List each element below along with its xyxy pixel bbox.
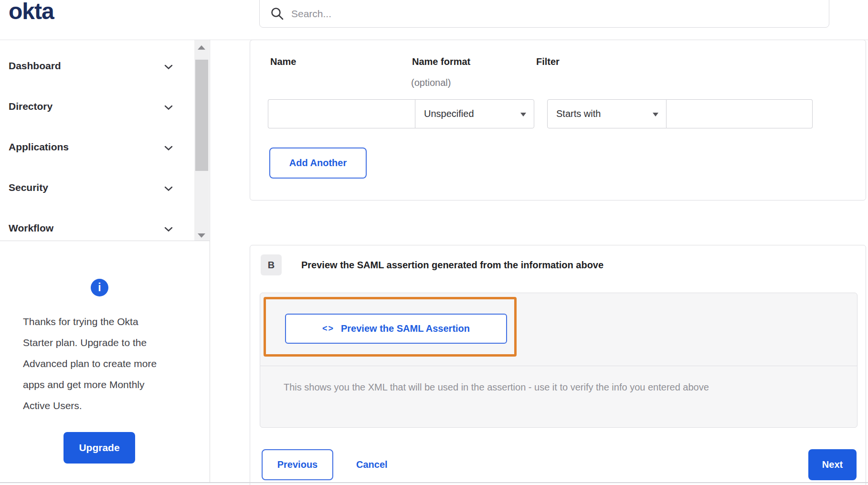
previous-button[interactable]: Previous [262,449,333,480]
chevron-down-icon [164,225,173,234]
name-format-optional-note: (optional) [411,77,451,88]
preview-saml-assertion-button[interactable]: <> Preview the SAML Assertion [285,314,507,344]
chevron-down-icon [164,144,173,153]
scroll-down-icon[interactable] [198,233,205,238]
scroll-up-icon[interactable] [198,45,205,50]
name-format-selected-value: Unspecified [424,108,474,119]
filter-operator-dropdown[interactable]: Starts with [547,99,667,128]
code-brackets-icon: <> [322,324,334,334]
sidebar-bottom-divider [0,241,210,241]
sidebar-item-directory[interactable]: Directory [0,86,194,127]
filter-value-input[interactable] [667,99,813,128]
filter-operator-selected-value: Starts with [556,108,601,119]
attribute-name-input[interactable] [268,99,415,128]
sidebar-item-security[interactable]: Security [0,167,194,208]
section-b-title: Preview the SAML assertion generated fro… [301,260,603,271]
sidebar-item-applications[interactable]: Applications [0,127,194,167]
sidebar-item-label: Applications [9,141,69,153]
sidebar-item-dashboard[interactable]: Dashboard [0,45,194,86]
sidebar-item-label: Dashboard [9,60,61,72]
section-b-badge: B [261,254,282,275]
name-column-label: Name [270,56,296,67]
search-icon [270,7,285,21]
okta-logo[interactable]: okta [9,0,54,24]
upgrade-button[interactable]: Upgrade [64,432,135,464]
page-bottom-divider [0,482,868,483]
sidebar-item-label: Security [9,182,48,193]
search-input[interactable] [291,8,721,20]
preview-panel: <> Preview the SAML Assertion This shows… [260,293,857,428]
dropdown-caret-icon [520,113,526,116]
chevron-down-icon [164,104,173,112]
scrollbar-thumb[interactable] [195,60,208,171]
name-format-dropdown[interactable]: Unspecified [415,99,534,128]
sidebar-nav: Dashboard Directory Applications Securit… [0,40,210,241]
dropdown-caret-icon [653,113,658,116]
sidebar-content-divider [210,40,210,482]
next-button[interactable]: Next [808,449,857,480]
global-search[interactable] [259,0,829,28]
info-icon: i [91,279,108,296]
sidebar-item-workflow[interactable]: Workflow [0,208,194,241]
panel-divider [260,366,857,366]
add-another-button[interactable]: Add Another [269,148,367,179]
chevron-down-icon [164,185,173,193]
filter-column-label: Filter [536,56,560,67]
attribute-statements-card: Name Name format (optional) Filter Unspe… [250,40,866,200]
sidebar-item-label: Directory [9,101,53,112]
upsell-message: Thanks for trying the Okta Starter plan.… [23,311,162,416]
okta-admin-page: okta Dashboard Directory Applications Se… [0,0,868,485]
preview-assertion-card: B Preview the SAML assertion generated f… [250,245,866,485]
chevron-down-icon [164,63,173,72]
preview-button-label: Preview the SAML Assertion [341,323,470,334]
wizard-footer: Previous Cancel Next [250,449,867,480]
preview-description: This shows you the XML that will be used… [284,382,837,393]
cancel-link[interactable]: Cancel [356,459,388,470]
sidebar-item-label: Workflow [9,222,53,234]
name-format-column-label: Name format [412,56,470,67]
